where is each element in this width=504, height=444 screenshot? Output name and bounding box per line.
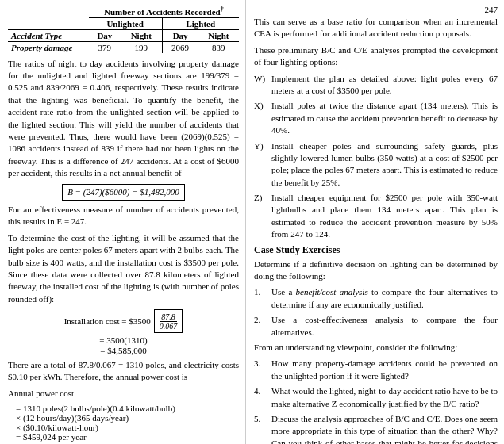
numbered-item-2: 2. Use a cost-effectiveness analysis to …: [254, 314, 498, 339]
row-label: Property damage: [8, 41, 89, 53]
unl-night-val: 199: [121, 41, 162, 53]
accident-type-header: Accident Type: [8, 29, 89, 41]
case-study-title: Case Study Exercises: [254, 244, 498, 256]
formula-B: B = (247)($6000) = $1,482,000: [8, 184, 239, 201]
frac-den: 0.067: [160, 322, 178, 331]
consider-4-text: What would the lighted, night-to-day acc…: [271, 385, 498, 410]
consider-intro: From an understanding viewpoint, conside…: [254, 342, 498, 354]
option-Z: Z) Install cheaper equipment for $2500 p…: [254, 192, 498, 241]
option-X-text: Install poles at twice the distance apar…: [271, 100, 498, 136]
case-intro: Determine if a definitive decision on li…: [254, 258, 498, 283]
option-X-label: X): [254, 100, 271, 136]
consider-3-label: 3.: [254, 358, 271, 382]
option-Y-label: Y): [254, 140, 271, 189]
num-2-text: Use a cost-effectiveness analysis to com…: [271, 314, 498, 339]
left-para4: There are a total of 87.8/0.067 = 1310 p…: [8, 359, 239, 384]
install-line2: = 3500(1310): [8, 335, 239, 345]
option-Y-text: Install cheaper poles and surrounding sa…: [271, 140, 498, 189]
consider-5-text: Discuss the analysis approaches of B/C a…: [271, 413, 498, 444]
option-Y: Y) Install cheaper poles and surrounding…: [254, 140, 498, 189]
annual-lines: = 1310 poles(2 bulbs/pole)(0.4 kilowatt/…: [16, 404, 239, 442]
lit-night-header: Night: [198, 29, 239, 41]
unl-day-header: Day: [89, 29, 121, 41]
option-W: W) Implement the plan as detailed above:…: [254, 73, 498, 98]
install-cost-line: Installation cost = $3500 87.8 0.067: [8, 309, 239, 333]
install-label: Installation cost = $3500: [64, 316, 151, 326]
table-title: Number of Accidents Recorded†: [89, 5, 239, 17]
consider-list: 3. How many property-damage accidents co…: [254, 358, 498, 444]
consider-5-label: 5.: [254, 413, 271, 444]
fraction-box: 87.8 0.067: [154, 309, 183, 333]
table-row: Property damage 379 199 2069 839: [8, 41, 239, 53]
unl-night-header: Night: [121, 29, 162, 41]
unlighted-header: Unlighted: [89, 17, 162, 29]
accident-table: Number of Accidents Recorded† Unlighted …: [8, 5, 239, 53]
formula-B-box: B = (247)($6000) = $1,482,000: [62, 184, 185, 201]
lit-night-val: 839: [198, 41, 239, 53]
num-1-text: Use a benefit/cost analysis to compare t…: [271, 286, 498, 311]
numbered-list: 1. Use a benefit/cost analysis to compar…: [254, 286, 498, 339]
frac-num: 87.8: [160, 312, 178, 322]
option-Z-label: Z): [254, 192, 271, 241]
page: Number of Accidents Recorded† Unlighted …: [0, 0, 504, 444]
consider-3-text: How many property-damage accidents could…: [271, 358, 498, 382]
left-para3: To determine the cost of the lighting, i…: [8, 232, 239, 305]
annual-line-1: = 1310 poles(2 bulbs/pole)(0.4 kilowatt/…: [16, 404, 239, 413]
consider-4-label: 4.: [254, 385, 271, 410]
num-2-label: 2.: [254, 314, 271, 339]
option-X: X) Install poles at twice the distance a…: [254, 100, 498, 136]
options-list: W) Implement the plan as detailed above:…: [254, 73, 498, 241]
benefit-cost-italic: benefit/cost analysis: [296, 287, 368, 297]
lit-day-header: Day: [162, 29, 198, 41]
consider-item-3: 3. How many property-damage accidents co…: [254, 358, 498, 382]
numbered-item-1: 1. Use a benefit/cost analysis to compar…: [254, 286, 498, 311]
page-number: 247: [254, 5, 498, 14]
left-para2: For an effectiveness measure of number o…: [8, 204, 239, 228]
consider-item-4: 4. What would the lighted, night-to-day …: [254, 385, 498, 410]
right-para1: This can serve as a base ratio for compa…: [254, 16, 498, 40]
lighted-header: Lighted: [162, 17, 239, 29]
option-W-text: Implement the plan as detailed above: li…: [271, 73, 498, 98]
lit-day-val: 2069: [162, 41, 198, 53]
right-para2: These preliminary B/C and C/E analyses p…: [254, 44, 498, 69]
annual-line-2: × (12 hours/day)(365 days/year): [16, 413, 239, 423]
annual-label: Annual power cost: [8, 388, 239, 400]
annual-line-4: = $459,024 per year: [16, 432, 239, 442]
install-line3: = $4,585,000: [8, 346, 239, 355]
annual-line-3: × ($0.10/kilowatt-hour): [16, 423, 239, 432]
left-para1: The ratios of night to day accidents inv…: [8, 58, 239, 180]
num-1-label: 1.: [254, 286, 271, 311]
option-W-label: W): [254, 73, 271, 98]
left-column: Number of Accidents Recorded† Unlighted …: [0, 0, 246, 444]
consider-item-5: 5. Discuss the analysis approaches of B/…: [254, 413, 498, 444]
right-column: 247 This can serve as a base ratio for c…: [246, 0, 504, 444]
unl-day-val: 379: [89, 41, 121, 53]
option-Z-text: Install cheaper equipment for $2500 per …: [271, 192, 498, 241]
